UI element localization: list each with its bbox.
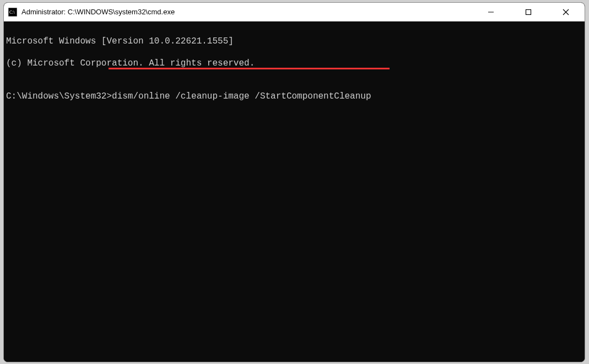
terminal-prompt-line: C:\Windows\System32>dism/online /cleanup…	[6, 91, 582, 102]
window-title: Administrator: C:\WINDOWS\system32\cmd.e…	[21, 8, 472, 16]
maximize-button[interactable]	[510, 3, 547, 21]
terminal-output-line: Microsoft Windows [Version 10.0.22621.15…	[6, 36, 582, 47]
terminal-command: dism/online /cleanup-image /StartCompone…	[112, 91, 371, 101]
terminal-output-line: (c) Microsoft Corporation. All rights re…	[6, 58, 582, 69]
window-controls	[472, 3, 585, 21]
cmd-icon: C:\	[8, 8, 17, 17]
svg-text:C:\: C:\	[9, 10, 15, 15]
minimize-button[interactable]	[472, 3, 510, 21]
red-underline-annotation	[109, 68, 390, 69]
cmd-window: C:\ Administrator: C:\WINDOWS\system32\c…	[3, 2, 585, 362]
terminal-prompt: C:\Windows\System32>	[6, 91, 112, 101]
close-button[interactable]	[547, 3, 585, 21]
titlebar[interactable]: C:\ Administrator: C:\WINDOWS\system32\c…	[4, 3, 585, 21]
svg-rect-3	[526, 9, 531, 14]
terminal-area[interactable]: Microsoft Windows [Version 10.0.22621.15…	[4, 21, 585, 362]
